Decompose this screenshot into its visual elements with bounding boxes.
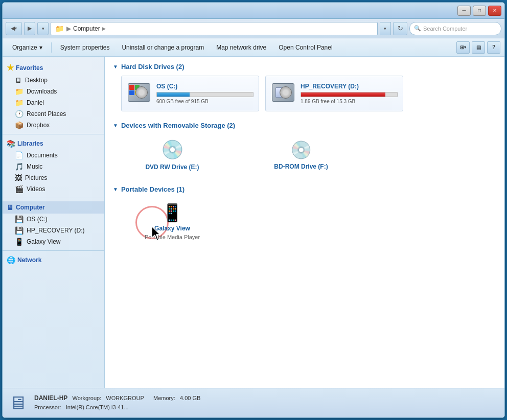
sidebar-item-galaxy-view[interactable]: 📱 Galaxy View — [3, 236, 104, 247]
status-text: DANIEL-HP Workgroup: WORKGROUP Memory: 4… — [34, 393, 200, 412]
sidebar-item-os-c[interactable]: 💾 OS (C:) — [3, 214, 104, 225]
galaxy-view-icon: 📱 — [162, 202, 183, 223]
removable-section-label: Devices with Removable Storage (2) — [121, 122, 235, 129]
libraries-header[interactable]: 📚 Libraries — [3, 137, 104, 150]
hard-disk-section-label: Hard Disk Drives (2) — [121, 63, 185, 71]
preview-pane-icon: ▤ — [476, 44, 481, 50]
content-area: ▼ Hard Disk Drives (2) — [105, 57, 504, 388]
processor-label: Processor: — [34, 404, 61, 410]
sidebar-divider-3 — [3, 250, 104, 251]
sidebar-item-daniel-label: Daniel — [27, 99, 44, 106]
toolbar: Organize ▾ System properties Uninstall o… — [3, 38, 504, 57]
os-c-info: OS (C:) 600 GB free of 915 GB — [156, 83, 254, 104]
removable-collapse-icon[interactable]: ▼ — [113, 123, 118, 128]
address-path[interactable]: 📁 ▶ Computer ▶ — [51, 22, 378, 35]
hp-recovery-icon: 💾 — [15, 226, 24, 235]
portable-collapse-icon[interactable]: ▼ — [113, 186, 118, 192]
refresh-button[interactable]: ↻ — [393, 22, 407, 35]
sidebar-item-hp-recovery[interactable]: 💾 HP_RECOVERY (D:) — [3, 225, 104, 236]
preview-pane-button[interactable]: ▤ — [472, 41, 485, 54]
galaxy-view-sidebar-icon: 📱 — [15, 238, 24, 246]
explorer-window: ─ □ ✕ ◀ ▾ ▶ ▾ 📁 ▶ Computer ▶ ▾ ↻ 🔍 — [2, 2, 505, 418]
network-label: Network — [17, 256, 41, 264]
network-header[interactable]: 🌐 Network — [3, 254, 104, 266]
computer-name-text: DANIEL-HP — [34, 394, 67, 402]
os-c-icon-container — [127, 81, 151, 106]
back-icon: ◀ — [11, 25, 15, 32]
favorites-label: Favorites — [16, 64, 43, 72]
libraries-label: Libraries — [17, 140, 43, 147]
computer-header[interactable]: 🖥 Computer — [3, 201, 104, 214]
sidebar-item-dropbox-label: Dropbox — [27, 122, 50, 129]
system-properties-label: System properties — [60, 44, 110, 51]
address-path-separator: ▶ — [66, 25, 71, 32]
dvd-rw-icon: 💿 — [161, 139, 184, 160]
search-placeholder: Search Computer — [423, 26, 467, 32]
workgroup-label: Workgroup: — [73, 395, 102, 401]
hp-recovery-free-text: 1.89 GB free of 15.3 GB — [301, 99, 398, 104]
back-button[interactable]: ◀ ▾ — [6, 22, 22, 35]
sidebar-item-downloads[interactable]: 📁 Downloads — [3, 86, 104, 97]
sidebar-item-dropbox[interactable]: 📦 Dropbox — [3, 120, 104, 131]
drive-hp-recovery[interactable]: HP_RECOVERY (D:) 1.89 GB free of 15.3 GB — [265, 76, 403, 111]
close-button[interactable]: ✕ — [488, 6, 501, 16]
drive-galaxy-view[interactable]: 📱 Galaxy View Portable Media Player — [121, 198, 223, 244]
hp-recovery-drive-icon — [272, 83, 294, 104]
sidebar-item-pictures-label: Pictures — [25, 174, 47, 181]
sidebar-divider-1 — [3, 134, 104, 134]
forward-button[interactable]: ▶ — [24, 22, 35, 35]
sidebar-item-desktop[interactable]: 🖥 Desktop — [3, 75, 104, 86]
organize-label: Organize — [12, 44, 37, 51]
map-network-button[interactable]: Map network drive — [211, 40, 272, 55]
sidebar-item-recent-places[interactable]: 🕐 Recent Places — [3, 108, 104, 120]
up-icon: ▾ — [42, 26, 44, 31]
removable-section-header: ▼ Devices with Removable Storage (2) — [113, 122, 496, 129]
search-box[interactable]: 🔍 Search Computer — [409, 22, 501, 35]
view-options-icon: ⊞ — [460, 44, 464, 50]
sidebar-item-pictures[interactable]: 🖼 Pictures — [3, 172, 104, 183]
sidebar-item-music-label: Music — [27, 163, 42, 170]
forward-icon: ▶ — [28, 25, 32, 32]
uninstall-button[interactable]: Uninstall or change a program — [116, 40, 210, 55]
computer-label: Computer — [16, 204, 45, 211]
main-area: ★ Favorites 🖥 Desktop 📁 Downloads 📁 Dani… — [3, 57, 504, 388]
hp-recovery-name: HP_RECOVERY (D:) — [301, 83, 398, 90]
address-dropdown-button[interactable]: ▾ — [380, 22, 391, 35]
help-button[interactable]: ? — [487, 41, 500, 54]
processor-value: Intel(R) Core(TM) i3-41... — [66, 404, 129, 410]
view-options-button[interactable]: ⊞ ▾ — [456, 41, 470, 54]
sidebar-item-documents[interactable]: 📄 Documents — [3, 150, 104, 161]
drive-dvd-rw[interactable]: 💿 DVD RW Drive (E:) — [121, 134, 223, 175]
sidebar-item-videos[interactable]: 🎬 Videos — [3, 183, 104, 195]
hard-disk-collapse-icon[interactable]: ▼ — [113, 64, 118, 69]
daniel-folder-icon: 📁 — [15, 99, 24, 107]
drive-os-c[interactable]: OS (C:) 600 GB free of 915 GB — [121, 76, 259, 111]
refresh-icon: ↻ — [398, 25, 403, 32]
map-network-label: Map network drive — [216, 44, 266, 51]
uninstall-label: Uninstall or change a program — [122, 44, 204, 51]
sidebar-item-music[interactable]: 🎵 Music — [3, 161, 104, 172]
os-c-icon: 💾 — [15, 215, 24, 223]
os-c-free-text: 600 GB free of 915 GB — [156, 99, 254, 104]
help-icon: ? — [492, 44, 495, 50]
bd-rom-name: BD-ROM Drive (F:) — [274, 163, 328, 170]
up-button[interactable]: ▾ — [37, 22, 49, 35]
search-icon: 🔍 — [414, 25, 421, 32]
organize-button[interactable]: Organize ▾ — [7, 40, 48, 55]
favorites-header[interactable]: ★ Favorites — [3, 61, 104, 75]
open-control-panel-button[interactable]: Open Control Panel — [273, 40, 338, 55]
favorites-star-icon: ★ — [7, 63, 14, 73]
portable-section-header: ▼ Portable Devices (1) — [113, 185, 496, 193]
drive-bd-rom[interactable]: 💿 BD-ROM Drive (F:) — [250, 134, 352, 175]
maximize-button[interactable]: □ — [473, 6, 486, 16]
recent-places-icon: 🕐 — [15, 110, 24, 118]
minimize-button[interactable]: ─ — [457, 6, 471, 16]
sidebar-item-daniel[interactable]: 📁 Daniel — [3, 97, 104, 108]
hard-disk-section-header: ▼ Hard Disk Drives (2) — [113, 63, 496, 71]
removable-storage-grid: 💿 DVD RW Drive (E:) 💿 BD-ROM Drive (F:) — [121, 134, 496, 175]
dvd-rw-name: DVD RW Drive (E:) — [145, 164, 199, 171]
system-properties-button[interactable]: System properties — [55, 40, 116, 55]
organize-dropdown-icon: ▾ — [39, 44, 42, 51]
title-bar: ─ □ ✕ — [3, 3, 504, 19]
title-bar-buttons: ─ □ ✕ — [457, 6, 501, 16]
